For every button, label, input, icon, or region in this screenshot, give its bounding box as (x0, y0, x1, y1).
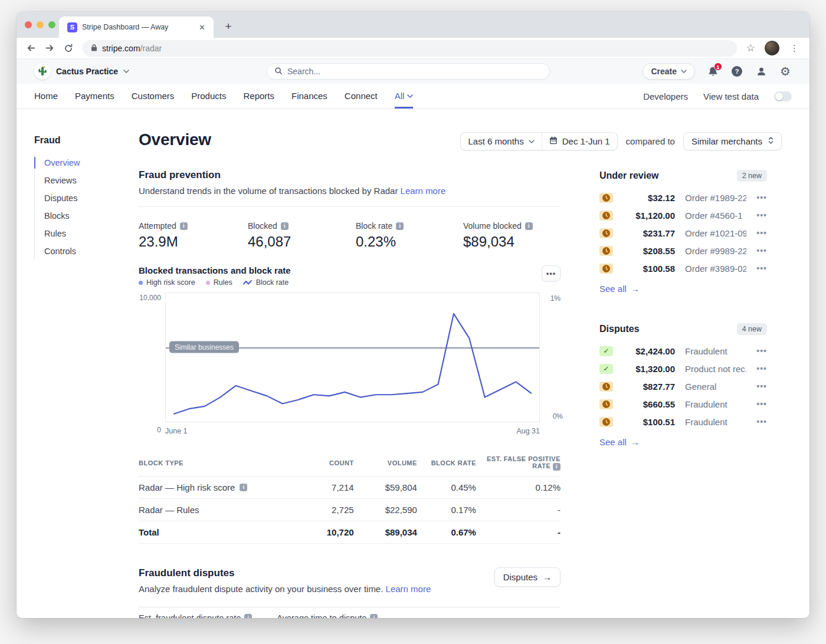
learn-more-link[interactable]: Learn more (401, 186, 446, 196)
nav-tab-connect[interactable]: Connect (345, 84, 378, 109)
tab-close-icon[interactable]: ✕ (196, 22, 208, 33)
info-icon[interactable]: i (244, 614, 252, 618)
browser-menu-icon[interactable]: ⋮ (785, 43, 804, 54)
block-type-table: BLOCK TYPE COUNT VOLUME BLOCK RATE EST. … (139, 455, 560, 544)
sidebar-item-controls[interactable]: Controls (44, 242, 139, 260)
calendar-icon (549, 136, 558, 146)
notifications-bell-icon[interactable]: 1 (706, 65, 719, 78)
date-range-dropdown[interactable]: Last 6 months (461, 133, 541, 150)
dispute-item[interactable]: $660.55Fraudulent••• (599, 395, 767, 413)
sidebar-item-overview[interactable]: Overview (44, 154, 139, 172)
nav-tab-all[interactable]: All (395, 84, 414, 109)
under-review-item[interactable]: $100.58Order #3989-02••• (599, 259, 767, 277)
item-label: Order #9989-22 (683, 246, 746, 256)
lock-icon (91, 43, 97, 54)
divider (139, 607, 560, 607)
sidebar-item-disputes[interactable]: Disputes (44, 189, 139, 207)
browser-profile-avatar[interactable] (765, 41, 779, 55)
nav-tab-payments[interactable]: Payments (75, 84, 114, 109)
item-overflow-menu[interactable]: ••• (754, 193, 767, 202)
search-input[interactable]: Search... (267, 63, 550, 80)
window-controls (25, 21, 55, 28)
close-window-button[interactable] (25, 21, 32, 28)
legend-high-risk-score: High risk score (139, 278, 195, 287)
item-overflow-menu[interactable]: ••• (754, 364, 767, 373)
item-amount: $208.55 (621, 246, 675, 256)
under-review-item[interactable]: $1,120.00Order #4560-1••• (599, 206, 767, 224)
table-row-high-risk[interactable]: Radar — High risk scorei 7,214 $59,804 0… (139, 476, 560, 498)
item-overflow-menu[interactable]: ••• (754, 228, 767, 238)
item-overflow-menu[interactable]: ••• (754, 346, 767, 356)
legend-rules: Rules (206, 278, 232, 287)
forward-icon[interactable] (41, 40, 58, 57)
item-overflow-menu[interactable]: ••• (754, 211, 767, 220)
create-button[interactable]: Create (643, 63, 695, 80)
browser-tab[interactable]: S Stripe Dashboard — Away ✕ (59, 17, 214, 38)
info-icon[interactable]: i (180, 222, 188, 230)
chart-title: Blocked transactions and block rate (139, 265, 291, 275)
learn-more-link[interactable]: Learn more (386, 584, 431, 594)
date-picker-button[interactable]: Dec 1-Jun 1 (542, 133, 617, 150)
sidebar-item-reviews[interactable]: Reviews (44, 172, 139, 189)
chevron-down-icon (123, 70, 129, 73)
item-overflow-menu[interactable]: ••• (754, 382, 767, 391)
browser-tab-strip: S Stripe Dashboard — Away ✕ + (17, 12, 809, 38)
sidebar-item-blocks[interactable]: Blocks (44, 207, 139, 225)
disputes-button[interactable]: Disputes → (494, 567, 560, 587)
under-review-see-all[interactable]: See all→ (599, 284, 767, 294)
info-icon[interactable]: i (396, 222, 404, 230)
nav-tab-products[interactable]: Products (191, 84, 226, 109)
compare-select[interactable]: Similar merchants (683, 132, 782, 150)
search-placeholder: Search... (287, 67, 320, 76)
profile-icon[interactable] (755, 65, 768, 78)
account-switcher[interactable]: Cactus Practice (34, 63, 129, 80)
zoom-window-button[interactable] (48, 21, 55, 28)
item-overflow-menu[interactable]: ••• (754, 264, 767, 273)
item-overflow-menu[interactable]: ••• (754, 399, 767, 409)
new-tab-button[interactable]: + (221, 19, 236, 34)
main-content: Overview Fraud prevention Understand tre… (139, 109, 560, 618)
item-overflow-menu[interactable]: ••• (754, 246, 767, 255)
col-count: COUNT (299, 455, 354, 476)
disputes-see-all[interactable]: See all→ (599, 437, 767, 447)
clock-icon (599, 211, 613, 221)
developers-link[interactable]: Developers (643, 91, 688, 101)
item-overflow-menu[interactable]: ••• (754, 417, 767, 426)
account-name: Cactus Practice (56, 67, 118, 76)
table-row-rules[interactable]: Radar — Rules 2,725 $22,590 0.17% - (139, 498, 560, 521)
search-icon (274, 67, 283, 77)
app-header: Cactus Practice Search... Create 1 ? (17, 59, 809, 84)
under-review-item[interactable]: $208.55Order #9989-22••• (599, 242, 767, 259)
nav-tab-reports[interactable]: Reports (243, 84, 274, 109)
info-icon[interactable]: i (240, 484, 247, 491)
sidebar-item-rules[interactable]: Rules (44, 225, 139, 242)
bookmark-star-icon[interactable]: ☆ (743, 42, 759, 54)
minimize-window-button[interactable] (37, 21, 44, 28)
chart-overflow-menu[interactable]: ••• (542, 265, 560, 281)
test-data-toggle[interactable] (774, 91, 792, 101)
y-axis-left-min: 0 (139, 426, 161, 434)
nav-tab-home[interactable]: Home (34, 84, 58, 109)
similar-businesses-label: Similar businesses (169, 341, 239, 353)
settings-gear-icon[interactable]: ⚙ (779, 65, 792, 78)
nav-tab-customers[interactable]: Customers (132, 84, 175, 109)
nav-tab-finances[interactable]: Finances (291, 84, 327, 109)
cactus-logo-icon (34, 63, 51, 80)
help-icon[interactable]: ? (730, 65, 743, 78)
dispute-item[interactable]: $827.77General••• (599, 377, 767, 395)
under-review-item[interactable]: $231.77Order #1021-09••• (599, 224, 767, 242)
back-icon[interactable] (22, 40, 39, 57)
info-icon[interactable]: i (281, 222, 289, 230)
under-review-item[interactable]: $32.12Order #1989-22••• (599, 189, 767, 206)
item-label: Order #4560-1 (683, 211, 746, 221)
dispute-item[interactable]: ✓$2,424.00Fraudulent••• (599, 342, 767, 360)
info-icon[interactable]: i (553, 463, 560, 471)
info-icon[interactable]: i (370, 614, 378, 618)
dispute-item[interactable]: $100.51Fraudulent••• (599, 413, 767, 431)
url-bar[interactable]: stripe.com/radar (83, 40, 737, 57)
item-label: Order #1021-09 (683, 228, 746, 238)
info-icon[interactable]: i (525, 222, 533, 230)
dispute-item[interactable]: ✓$1,320.00Product not rec..••• (599, 360, 767, 377)
clock-icon (599, 399, 613, 409)
reload-icon[interactable] (60, 40, 77, 57)
